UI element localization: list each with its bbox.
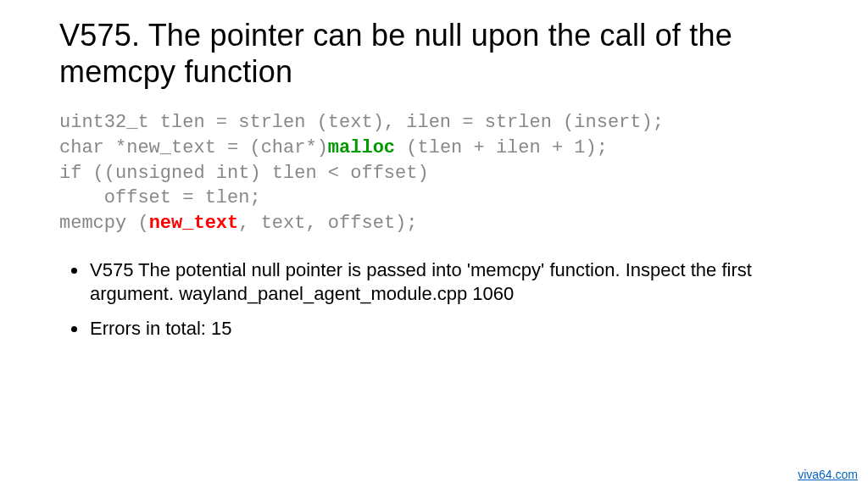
code-malloc-keyword: malloc bbox=[328, 137, 395, 158]
code-line-1: uint32_t tlen = strlen (text), ilen = st… bbox=[59, 112, 664, 133]
bullet-item-2: Errors in total: 15 bbox=[88, 317, 809, 341]
code-line-4: offset = tlen; bbox=[59, 187, 261, 208]
bullet-item-1: V575 The potential null pointer is passe… bbox=[88, 258, 809, 307]
code-line-5c: , text, offset); bbox=[238, 213, 417, 234]
code-line-5a: memcpy ( bbox=[59, 213, 149, 234]
footer-link[interactable]: viva64.com bbox=[798, 468, 858, 481]
code-line-2c: (tlen + ilen + 1); bbox=[395, 137, 608, 158]
bullet-list: V575 The potential null pointer is passe… bbox=[70, 258, 809, 341]
slide: V575. The pointer can be null upon the c… bbox=[0, 0, 868, 488]
code-line-3: if ((unsigned int) tlen < offset) bbox=[59, 163, 429, 184]
code-snippet: uint32_t tlen = strlen (text), ilen = st… bbox=[59, 110, 809, 236]
slide-title: V575. The pointer can be null upon the c… bbox=[59, 17, 809, 90]
code-newtext-keyword: new_text bbox=[149, 213, 239, 234]
code-line-2a: char *new_text = (char*) bbox=[59, 137, 328, 158]
